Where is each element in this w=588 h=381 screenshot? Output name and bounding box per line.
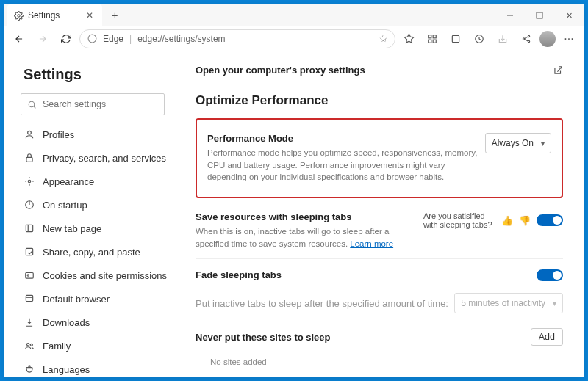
more-menu-icon[interactable]: ··· xyxy=(559,29,579,49)
refresh-button[interactable] xyxy=(56,29,76,49)
svg-point-25 xyxy=(29,366,30,367)
svg-rect-2 xyxy=(537,12,542,18)
add-site-button[interactable]: Add xyxy=(531,328,563,346)
svg-point-12 xyxy=(528,40,529,42)
sidebar-item-appearance[interactable]: Appearance xyxy=(4,170,175,193)
sidebar-item-privacy-search-and-services[interactable]: Privacy, search, and services xyxy=(4,146,175,170)
svg-point-24 xyxy=(30,344,32,346)
favorites-icon[interactable] xyxy=(398,29,419,49)
profile-avatar[interactable] xyxy=(539,31,556,47)
nav-icon xyxy=(24,316,35,328)
sleeping-tabs-desc: When this is on, inactive tabs will go t… xyxy=(196,225,416,250)
nav-icon xyxy=(24,128,35,140)
performance-mode-dropdown[interactable]: Always On ▾ xyxy=(485,133,551,153)
sidebar-item-label: Cookies and site permissions xyxy=(43,270,167,281)
sidebar-item-on-startup[interactable]: On startup xyxy=(4,193,175,217)
back-button[interactable] xyxy=(9,29,29,49)
svg-rect-4 xyxy=(429,35,431,37)
titlebar: Settings ✕ + ✕ xyxy=(4,4,584,26)
sleeping-tabs-toggle[interactable] xyxy=(537,214,563,226)
extensions-icon[interactable] xyxy=(445,29,466,49)
sidebar-item-label: On startup xyxy=(43,200,87,211)
nav-icon xyxy=(24,363,35,375)
settings-main: Open your computer's proxy settings Opti… xyxy=(175,51,584,377)
nav-icon xyxy=(24,175,35,187)
external-link-icon[interactable] xyxy=(553,65,563,76)
inactive-sleep-dropdown: 5 minutes of inactivity ▾ xyxy=(454,293,563,313)
tab-title: Settings xyxy=(28,10,60,21)
browser-tab[interactable]: Settings ✕ xyxy=(7,4,102,26)
svg-point-10 xyxy=(523,37,524,39)
chevron-down-icon: ▾ xyxy=(553,300,556,308)
sleeping-tabs-title: Save resources with sleeping tabs xyxy=(196,211,416,222)
svg-point-14 xyxy=(28,131,32,134)
never-sleep-title: Never put these sites to sleep xyxy=(196,332,331,343)
sidebar-item-label: New tab page xyxy=(43,223,101,234)
svg-rect-22 xyxy=(26,295,32,301)
svg-rect-5 xyxy=(433,35,436,37)
sidebar-item-label: Family xyxy=(43,341,71,352)
address-bar[interactable]: Edge | edge://settings/system ✩ xyxy=(79,29,395,48)
thumbs-down-icon[interactable]: 👎 xyxy=(519,215,531,226)
maximize-button[interactable] xyxy=(525,4,554,26)
inactive-sleep-label: Put inactive tabs to sleep after the spe… xyxy=(196,298,448,309)
close-window-button[interactable]: ✕ xyxy=(554,4,584,26)
app-icon[interactable] xyxy=(516,29,537,49)
section-optimize-performance: Optimize Performance xyxy=(196,93,563,108)
sidebar-item-default-browser[interactable]: Default browser xyxy=(4,287,175,311)
sidebar-item-share-copy-and-paste[interactable]: Share, copy, and paste xyxy=(4,240,175,264)
never-sleep-empty: No sites added xyxy=(196,353,563,366)
sidebar-item-profiles[interactable]: Profiles xyxy=(4,123,175,146)
svg-rect-7 xyxy=(433,40,436,43)
close-tab-icon[interactable]: ✕ xyxy=(85,10,95,21)
collections-icon[interactable] xyxy=(422,29,442,49)
forward-button xyxy=(32,29,53,49)
svg-rect-15 xyxy=(26,157,32,162)
sidebar-item-label: Profiles xyxy=(43,129,74,140)
thumbs-up-icon[interactable]: 👍 xyxy=(501,215,513,226)
sidebar-item-new-tab-page[interactable]: New tab page xyxy=(4,217,175,240)
sidebar-item-downloads[interactable]: Downloads xyxy=(4,311,175,334)
svg-rect-18 xyxy=(26,225,32,231)
performance-mode-desc: Performance mode helps you optimize spee… xyxy=(207,147,478,184)
nav-icon xyxy=(24,222,35,234)
share-icon[interactable] xyxy=(492,29,513,49)
sidebar-item-label: Languages xyxy=(43,364,90,375)
sidebar-item-label: Downloads xyxy=(43,317,90,328)
nav-icon xyxy=(24,269,35,281)
read-aloud-icon[interactable]: ✩ xyxy=(379,33,387,44)
svg-point-16 xyxy=(28,180,31,183)
performance-mode-card: Performance Mode Performance mode helps … xyxy=(196,118,563,198)
performance-icon[interactable] xyxy=(469,29,490,49)
proxy-settings-link[interactable]: Open your computer's proxy settings xyxy=(196,65,365,76)
nav-icon xyxy=(24,293,35,305)
settings-sidebar: Settings ProfilesPrivacy, search, and se… xyxy=(4,51,175,377)
fade-sleeping-toggle[interactable] xyxy=(537,269,563,281)
svg-point-23 xyxy=(27,344,30,346)
sidebar-item-languages[interactable]: Languages xyxy=(4,358,175,377)
sidebar-item-label: Share, copy, and paste xyxy=(43,247,140,258)
minimize-button[interactable] xyxy=(495,4,525,26)
edge-icon xyxy=(87,34,97,43)
nav-icon xyxy=(24,152,35,164)
svg-point-11 xyxy=(528,35,529,37)
sidebar-item-label: Appearance xyxy=(43,176,94,187)
svg-point-3 xyxy=(88,35,96,43)
sidebar-item-cookies-and-site-permissions[interactable]: Cookies and site permissions xyxy=(4,264,175,287)
svg-rect-8 xyxy=(452,35,459,42)
sidebar-item-family[interactable]: Family xyxy=(4,334,175,358)
page-title: Settings xyxy=(4,62,175,90)
feedback-question: Are you satisified with sleeping tabs? xyxy=(423,211,495,229)
search-input[interactable] xyxy=(43,99,158,109)
address-context: Edge xyxy=(103,34,123,44)
gear-icon xyxy=(13,10,24,21)
new-tab-button[interactable]: + xyxy=(105,6,124,25)
nav-icon xyxy=(24,246,35,258)
svg-point-13 xyxy=(29,101,35,107)
learn-more-link[interactable]: Learn more xyxy=(350,239,393,248)
svg-point-0 xyxy=(17,14,19,16)
address-url: edge://settings/system xyxy=(137,34,373,44)
search-settings[interactable] xyxy=(21,93,165,115)
toolbar: Edge | edge://settings/system ✩ ··· xyxy=(4,26,584,51)
sidebar-item-label: Default browser xyxy=(43,294,110,305)
